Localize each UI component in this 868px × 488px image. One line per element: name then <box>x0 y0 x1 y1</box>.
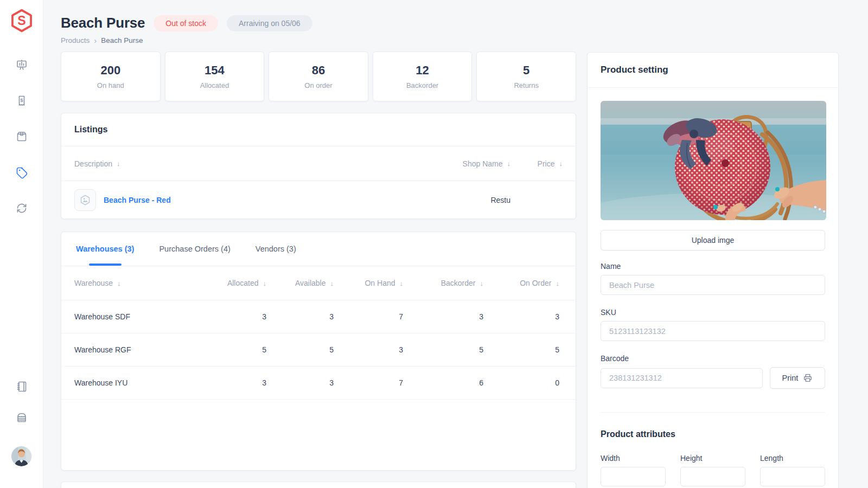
sku-label: SKU <box>601 308 825 317</box>
column-allocated[interactable]: Allocated ↓ <box>202 279 266 287</box>
stat-card-backorder: 12 Backorder <box>373 52 473 101</box>
svg-text:$: $ <box>20 98 23 103</box>
package-icon[interactable] <box>15 130 28 143</box>
column-price[interactable]: Price ↓ <box>510 159 563 168</box>
status-badge: Out of stock <box>154 15 218 31</box>
storefront-icon[interactable] <box>15 411 28 424</box>
analytics-board-icon[interactable] <box>15 59 28 72</box>
sort-arrow-icon: ↓ <box>117 159 120 168</box>
column-backorder[interactable]: Backorder ↓ <box>403 279 483 287</box>
app-window: S $ <box>0 0 868 488</box>
stats-row: 200 On hand 154 Allocated 86 On order 12… <box>61 52 576 101</box>
sync-icon[interactable] <box>15 202 28 215</box>
listings-panel: Listings Description ↓ Shop Name ↓ Price… <box>61 113 576 219</box>
active-tab-indicator <box>89 264 122 266</box>
stat-card-on-order: 86 On order <box>269 52 368 101</box>
hexagon-s-logo[interactable]: S <box>9 8 34 33</box>
section-divider <box>601 412 825 413</box>
stat-value: 12 <box>416 63 429 78</box>
user-avatar[interactable] <box>11 446 31 466</box>
notebook-icon[interactable] <box>15 380 28 393</box>
stat-card-on-hand: 200 On hand <box>61 52 161 101</box>
height-field[interactable] <box>680 467 745 486</box>
product-attributes-row: Width Height Length <box>601 454 825 486</box>
print-button[interactable]: Print <box>770 367 825 389</box>
column-on-hand[interactable]: On Hand ↓ <box>334 279 403 287</box>
chevron-right-icon: › <box>94 36 97 44</box>
arrival-badge: Arraiving on 05/06 <box>227 15 312 31</box>
hexagon-image-icon <box>79 194 91 206</box>
tab-vendors[interactable]: Vendors (3) <box>256 232 296 266</box>
cell-allocated: 5 <box>202 345 266 354</box>
length-field[interactable] <box>760 467 825 486</box>
width-field[interactable] <box>601 467 666 486</box>
listing-row[interactable]: Beach Purse - Red Restu <box>61 181 576 219</box>
stat-value: 200 <box>100 63 120 78</box>
sku-field[interactable] <box>601 321 825 341</box>
cell-allocated: 3 <box>202 312 266 321</box>
listing-link[interactable]: Beach Purse - Red <box>104 196 171 204</box>
column-shop-name[interactable]: Shop Name ↓ <box>429 159 510 168</box>
width-label: Width <box>601 454 666 463</box>
cell-on-order: 5 <box>483 345 559 354</box>
cell-on-order: 3 <box>483 312 559 321</box>
column-warehouse[interactable]: Warehouse ↓ <box>74 279 202 287</box>
warehouse-name: Warehouse RGF <box>74 345 202 354</box>
stat-label: Allocated <box>200 81 229 89</box>
listing-thumbnail <box>74 189 96 211</box>
avatar-image <box>11 446 31 466</box>
page-header: Beach Purse Out of stock Arraiving on 05… <box>61 15 576 44</box>
breadcrumb-current: Beach Purse <box>101 36 143 44</box>
tag-icon[interactable] <box>15 166 28 179</box>
main-content: Beach Purse Out of stock Arraiving on 05… <box>61 0 576 488</box>
stat-value: 5 <box>523 63 529 78</box>
sort-arrow-icon: ↓ <box>559 159 563 168</box>
warehouse-row[interactable]: Warehouse RGF 5 5 3 5 5 <box>61 333 576 367</box>
tab-warehouses[interactable]: Warehouses (3) <box>76 232 134 266</box>
warehouse-row[interactable]: Warehouse SDF 3 3 7 3 3 <box>61 300 576 333</box>
column-on-order[interactable]: On Order ↓ <box>483 279 559 287</box>
length-label: Length <box>760 454 825 463</box>
product-photo <box>601 101 826 220</box>
product-attributes-title: Product attributes <box>601 429 825 439</box>
cell-on-order: 0 <box>483 378 559 387</box>
stat-value: 154 <box>205 63 225 78</box>
cell-on-hand: 7 <box>334 312 403 321</box>
column-description[interactable]: Description ↓ <box>74 159 429 168</box>
brand-logo-icon: S <box>10 9 34 33</box>
cell-backorder: 5 <box>403 345 483 354</box>
warehouse-row[interactable]: Warehouse IYU 3 3 7 6 0 <box>61 367 576 400</box>
inventory-tabs: Warehouses (3) Purchase Orders (4) Vendo… <box>61 232 576 266</box>
sidebar-nav-bottom <box>15 380 28 424</box>
sort-arrow-icon: ↓ <box>556 279 560 287</box>
listing-shop-name: Restu <box>429 196 510 204</box>
cell-allocated: 3 <box>202 378 266 387</box>
name-field[interactable] <box>601 275 825 295</box>
barcode-field[interactable] <box>601 368 763 388</box>
invoice-dollar-icon[interactable]: $ <box>15 94 28 107</box>
cell-available: 3 <box>266 312 334 321</box>
tab-purchase-orders[interactable]: Purchase Orders (4) <box>159 232 230 266</box>
cell-on-hand: 7 <box>334 378 403 387</box>
height-label: Height <box>680 454 745 463</box>
name-label: Name <box>601 262 825 271</box>
cell-available: 5 <box>266 345 334 354</box>
breadcrumb-products[interactable]: Products <box>61 36 90 44</box>
cell-available: 3 <box>266 378 334 387</box>
cell-on-hand: 3 <box>334 345 403 354</box>
cell-backorder: 6 <box>403 378 483 387</box>
stat-label: On order <box>304 81 332 89</box>
breadcrumb: Products › Beach Purse <box>61 36 576 44</box>
product-setting-panel: Product setting <box>587 52 839 488</box>
stat-card-returns: 5 Returns <box>476 52 576 101</box>
warehouse-table-header: Warehouse ↓ Allocated ↓ Available ↓ On H… <box>61 266 576 300</box>
upload-image-button[interactable]: Upload imge <box>601 230 825 251</box>
inventory-panel: Warehouses (3) Purchase Orders (4) Vendo… <box>61 232 576 471</box>
listings-table-header: Description ↓ Shop Name ↓ Price ↓ <box>61 146 576 181</box>
column-available[interactable]: Available ↓ <box>266 279 334 287</box>
svg-text:S: S <box>17 14 25 28</box>
stat-card-allocated: 154 Allocated <box>165 52 265 101</box>
listings-title: Listings <box>74 125 107 134</box>
sidebar: S $ <box>0 0 43 488</box>
stat-label: On hand <box>97 81 124 89</box>
